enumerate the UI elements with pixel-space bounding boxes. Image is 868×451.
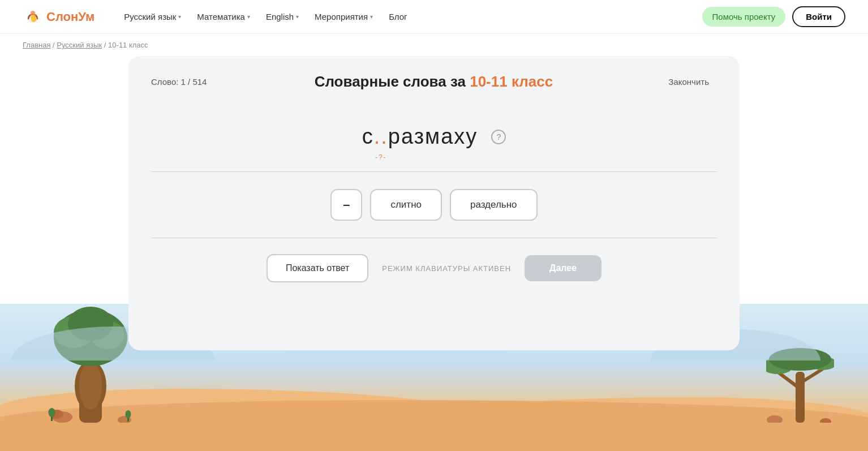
word-with-help: с .. -?- размаху ? <box>362 124 506 149</box>
svg-point-18 <box>126 410 131 418</box>
logo[interactable]: 🖐 СлонУм <box>23 7 94 27</box>
chevron-down-icon: ▾ <box>296 14 299 20</box>
nav-blog[interactable]: Блог <box>382 7 414 26</box>
main-wrapper: Слово: 1 / 514 Словарные слова за 10-11 … <box>0 56 868 362</box>
answer-buttons: – слитно раздельно <box>151 189 717 221</box>
dune-front <box>0 400 868 451</box>
together-button[interactable]: слитно <box>370 189 442 221</box>
dune-left <box>0 389 472 434</box>
help-project-button[interactable]: Помочь проекту <box>702 7 786 27</box>
card-title: Словарные слова за 10-11 класс <box>315 73 553 91</box>
dash-button[interactable]: – <box>330 189 362 221</box>
finish-button[interactable]: Закончить <box>660 74 717 90</box>
svg-rect-17 <box>127 416 129 422</box>
word-dots: .. -?- <box>374 124 388 149</box>
divider-bottom <box>151 238 717 238</box>
nav-links: Русский язык ▾ Математика ▾ English ▾ Ме… <box>117 7 702 26</box>
breadcrumb-home[interactable]: Главная <box>23 41 50 49</box>
svg-point-7 <box>79 362 102 410</box>
card-header: Слово: 1 / 514 Словарные слова за 10-11 … <box>151 73 717 91</box>
chevron-down-icon: ▾ <box>247 14 250 20</box>
breadcrumb-grade: 10-11 класс <box>108 41 148 49</box>
divider-top <box>151 171 717 172</box>
help-icon[interactable]: ? <box>491 130 506 144</box>
navbar: 🖐 СлонУм Русский язык ▾ Математика ▾ Eng… <box>0 0 868 34</box>
dune-right <box>396 397 868 440</box>
svg-point-6 <box>75 360 106 411</box>
svg-rect-4 <box>79 366 102 423</box>
svg-text:🖐: 🖐 <box>29 14 38 22</box>
logo-label: СлонУм <box>46 10 94 24</box>
separate-button[interactable]: раздельно <box>450 189 538 221</box>
svg-line-20 <box>777 372 800 389</box>
svg-point-14 <box>118 416 131 423</box>
svg-point-16 <box>49 408 55 417</box>
word-display: с .. -?- размаху <box>362 124 478 149</box>
footer-actions: Показать ответ РЕЖИМ КЛАВИАТУРЫ АКТИВЕН … <box>151 254 717 282</box>
nav-right: Помочь проекту Войти <box>702 6 845 27</box>
svg-point-25 <box>767 415 783 423</box>
chevron-down-icon: ▾ <box>178 14 181 20</box>
chevron-down-icon: ▾ <box>370 14 373 20</box>
next-button[interactable]: Далее <box>525 255 601 281</box>
svg-rect-19 <box>796 372 805 423</box>
nav-russian[interactable]: Русский язык ▾ <box>117 7 188 26</box>
svg-point-12 <box>52 411 72 423</box>
word-prefix: с <box>362 124 374 149</box>
exercise-card: Слово: 1 / 514 Словарные слова за 10-11 … <box>128 56 740 350</box>
keyboard-mode-label: РЕЖИМ КЛАВИАТУРЫ АКТИВЕН <box>382 264 511 273</box>
nav-english[interactable]: English ▾ <box>259 7 306 26</box>
breadcrumb-russian[interactable]: Русский язык <box>57 41 102 49</box>
show-answer-button[interactable]: Показать ответ <box>267 254 368 282</box>
login-button[interactable]: Войти <box>792 6 845 27</box>
word-suffix: размаху <box>388 124 478 149</box>
svg-line-21 <box>800 369 823 383</box>
nav-events[interactable]: Мероприятия ▾ <box>308 7 380 26</box>
word-counter: Слово: 1 / 514 <box>151 77 207 87</box>
svg-point-26 <box>820 418 831 423</box>
hint-label: -?- <box>375 153 387 161</box>
svg-rect-15 <box>51 414 53 421</box>
svg-point-13 <box>50 410 63 419</box>
nav-math[interactable]: Математика ▾ <box>190 7 257 26</box>
word-area: с .. -?- размаху ? <box>151 124 717 149</box>
breadcrumb: Главная / Русский язык / 10-11 класс <box>0 34 868 56</box>
